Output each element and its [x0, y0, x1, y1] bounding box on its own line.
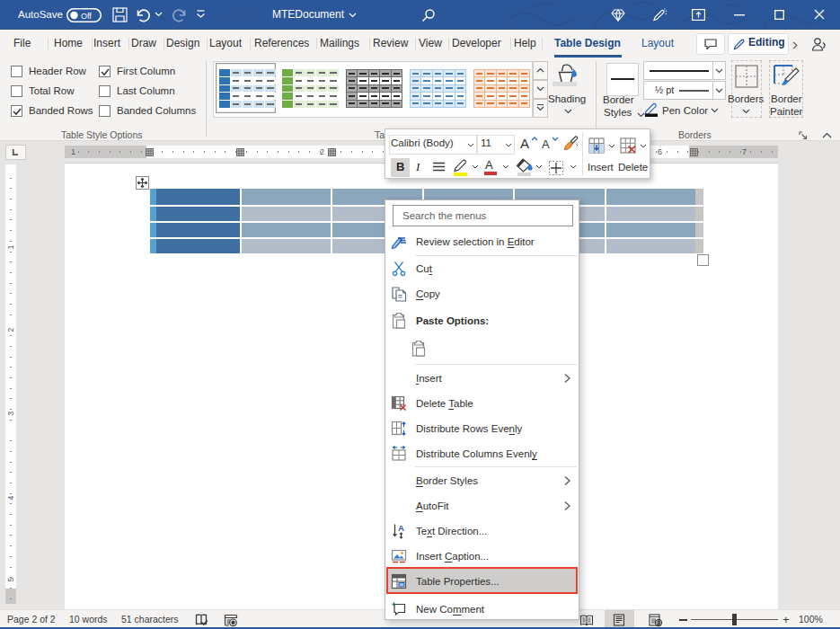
- svg-text:A: A: [398, 523, 404, 533]
- svg-text:Off: Off: [81, 12, 92, 21]
